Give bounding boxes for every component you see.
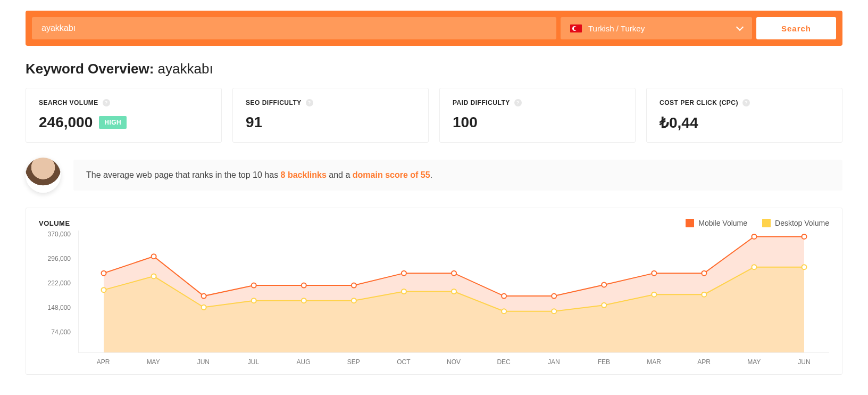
insight-row: The average web page that ranks in the t… [26, 158, 842, 193]
x-tick: APR [78, 355, 128, 369]
svg-point-21 [402, 289, 406, 294]
x-tick: DEC [479, 355, 529, 369]
legend-swatch-icon [686, 219, 694, 227]
info-icon[interactable]: ? [514, 99, 522, 106]
title-keyword: ayakkabı [158, 61, 213, 77]
info-icon[interactable]: ? [103, 99, 110, 106]
title-prefix: Keyword Overview: [26, 61, 158, 77]
x-tick: OCT [379, 355, 429, 369]
metric-seo-difficulty: SEO DIFFICULTY ? 91 [232, 88, 429, 143]
svg-point-3 [252, 283, 256, 288]
svg-point-18 [252, 298, 256, 303]
flag-turkey-icon [570, 24, 582, 32]
x-tick: MAR [629, 355, 679, 369]
svg-point-1 [152, 254, 156, 259]
legend-label: Mobile Volume [698, 219, 747, 227]
svg-point-13 [752, 234, 756, 239]
metric-value: ₺0,44 [660, 114, 698, 131]
legend-label: Desktop Volume [775, 219, 829, 227]
x-tick: JAN [529, 355, 579, 369]
svg-point-7 [452, 271, 456, 276]
x-tick: FEB [579, 355, 629, 369]
svg-point-28 [752, 265, 756, 269]
svg-point-20 [352, 298, 356, 303]
svg-point-5 [352, 283, 356, 288]
metric-label: SEO DIFFICULTY [246, 99, 302, 106]
svg-point-19 [302, 298, 306, 303]
insight-text: The average web page that ranks in the t… [73, 160, 842, 191]
info-icon[interactable]: ? [742, 99, 750, 106]
language-select[interactable]: Turkish / Turkey [561, 17, 752, 39]
x-tick: JUL [228, 355, 278, 369]
y-axis: 370,000296,000222,000148,00074,000 [39, 231, 74, 353]
chart-title: VOLUME [39, 219, 70, 227]
insight-backlinks: 8 backlinks [281, 170, 327, 179]
y-tick: 370,000 [39, 231, 71, 238]
svg-point-4 [302, 283, 306, 288]
svg-point-16 [152, 274, 156, 278]
metric-paid-difficulty: PAID DIFFICULTY ? 100 [439, 88, 636, 143]
svg-point-23 [502, 309, 506, 314]
y-tick: 74,000 [39, 328, 71, 336]
chart-area: 370,000296,000222,000148,00074,000 APRMA… [39, 231, 829, 369]
metric-value: 246,000 [39, 114, 93, 131]
svg-point-17 [202, 305, 206, 310]
svg-point-25 [602, 303, 606, 308]
avatar [26, 158, 61, 193]
search-bar: Turkish / Turkey Search [26, 11, 842, 46]
legend-mobile: Mobile Volume [686, 219, 747, 227]
chevron-down-icon [736, 23, 744, 31]
svg-point-8 [502, 294, 506, 299]
svg-point-11 [652, 271, 656, 276]
page-title: Keyword Overview: ayakkabı [26, 61, 842, 77]
x-tick: JUN [779, 355, 829, 369]
x-tick: APR [679, 355, 729, 369]
keyword-search-input[interactable] [32, 17, 556, 39]
svg-point-22 [452, 289, 456, 294]
svg-point-15 [102, 287, 106, 292]
y-tick: 148,000 [39, 304, 71, 311]
svg-point-14 [802, 234, 806, 239]
badge-high: HIGH [99, 116, 127, 129]
y-tick: 222,000 [39, 279, 71, 287]
info-icon[interactable]: ? [306, 99, 313, 106]
search-button[interactable]: Search [756, 17, 836, 39]
metric-label: SEARCH VOLUME [39, 99, 98, 106]
insight-fragment: The average web page that ranks in the t… [86, 170, 281, 179]
svg-point-29 [802, 265, 806, 269]
chart-legend: Mobile Volume Desktop Volume [686, 219, 829, 227]
metrics-row: SEARCH VOLUME ? 246,000 HIGH SEO DIFFICU… [26, 88, 842, 143]
metric-value: 100 [453, 114, 478, 131]
x-tick: AUG [279, 355, 329, 369]
insight-fragment: . [430, 170, 432, 179]
svg-point-12 [702, 271, 706, 276]
y-tick: 296,000 [39, 255, 71, 262]
svg-point-24 [552, 309, 556, 314]
svg-point-0 [102, 271, 106, 276]
metric-search-volume: SEARCH VOLUME ? 246,000 HIGH [26, 88, 222, 143]
legend-swatch-icon [762, 219, 771, 227]
svg-point-10 [602, 282, 606, 287]
x-axis: APRMAYJUNJULAUGSEPOCTNOVDECJANFEBMARAPRM… [78, 355, 829, 369]
plot-area [78, 231, 829, 353]
volume-chart-panel: VOLUME Mobile Volume Desktop Volume 370,… [26, 208, 842, 375]
volume-chart [79, 231, 829, 352]
metric-label: PAID DIFFICULTY [453, 99, 510, 106]
x-tick: NOV [429, 355, 479, 369]
language-label: Turkish / Turkey [588, 24, 645, 33]
insight-domain-score: domain score of 55 [353, 170, 430, 179]
x-tick: MAY [128, 355, 178, 369]
svg-point-2 [202, 294, 206, 299]
x-tick: MAY [729, 355, 779, 369]
metric-value: 91 [246, 114, 262, 131]
insight-fragment: and a [327, 170, 353, 179]
legend-desktop: Desktop Volume [762, 219, 829, 227]
svg-point-9 [552, 294, 556, 299]
svg-point-6 [402, 271, 406, 276]
svg-point-26 [652, 292, 656, 297]
metric-cpc: COST PER CLICK (CPC) ? ₺0,44 [646, 88, 842, 143]
metric-label: COST PER CLICK (CPC) [660, 99, 738, 106]
x-tick: SEP [329, 355, 379, 369]
x-tick: JUN [178, 355, 228, 369]
svg-point-27 [702, 292, 706, 297]
